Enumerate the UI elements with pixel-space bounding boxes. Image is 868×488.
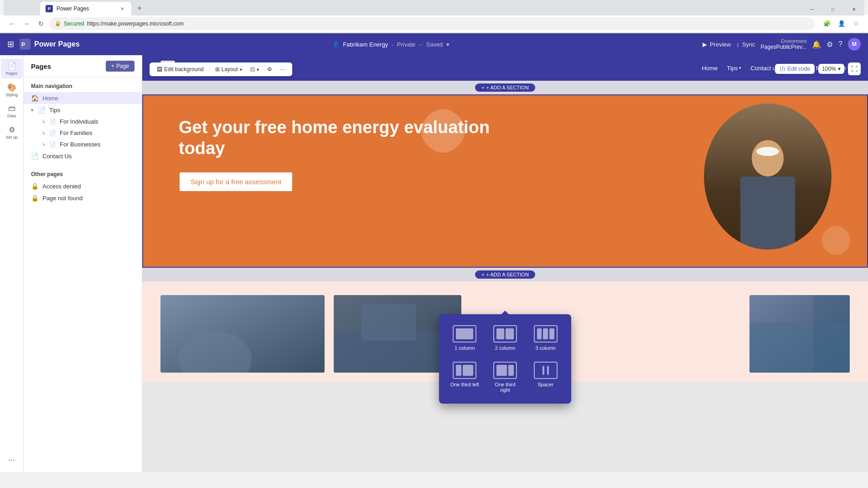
sync-button[interactable]: ↕ Sync [736,41,755,48]
sidebar-item-pages[interactable]: 📄 Pages [1,59,23,78]
settings-toolbar-button[interactable]: ⚙ [264,64,276,74]
hero-content: Get your free home energy evaluation tod… [142,94,542,215]
pages-header: Pages + Page [24,55,142,78]
svg-point-4 [752,140,784,177]
add-icon: + [111,63,114,69]
app-topbar-right: ▶ Preview ↕ Sync Environment PagesPublic… [703,38,861,51]
page-item-for-individuals[interactable]: ↳ 📄 For Individuals [24,116,142,127]
data-icon: 🗃 [8,104,16,113]
sidebar-item-data-label: Data [7,114,16,118]
refresh-button[interactable]: ↻ [35,17,47,30]
layout-option-2-column[interactable]: 2 column [487,322,524,354]
content-image-left [160,295,325,373]
hero-cta-button[interactable]: Sign up for a free assessment [179,171,293,192]
sidebar-item-setup[interactable]: ⚙ Set up [1,123,23,142]
layout-popup: 1 column 2 column [439,314,571,404]
contact-us-page-icon: 📄 [31,152,39,160]
sidebar-item-styling[interactable]: 🎨 Styling [1,80,23,100]
page-not-found-icon: 🔒 [31,194,39,202]
sidebar-more-button[interactable]: ··· [5,452,19,468]
notifications-button[interactable]: 🔔 [812,41,821,48]
page-label-tips: Tips [49,107,60,114]
site-separator: – [419,41,422,48]
styling-icon: 🎨 [7,83,16,92]
zoom-chevron: ▾ [838,66,841,72]
page-item-contact-us[interactable]: 📄 Contact Us [24,150,142,162]
layout-label-spacer: Spacer [537,382,553,387]
zoom-value: 100% [822,66,836,72]
layout-option-1-column[interactable]: 1 column [446,322,483,354]
active-tab[interactable]: P Power Pages ✕ [40,2,131,16]
add-section-top: + + ADD A SECTION [142,81,868,94]
resize-chevron: ▾ [257,67,259,72]
layout-option-spacer[interactable]: Spacer [527,358,564,396]
edit-code-button[interactable]: ⟨/⟩ Edit code [775,64,815,74]
waffle-button[interactable]: ⊞ [7,39,14,49]
new-tab-button[interactable]: + [133,2,146,15]
resize-button[interactable]: ⊡ ▾ [247,64,263,74]
page-item-access-denied[interactable]: 🔒 Access denied [24,180,142,192]
page-label-access-denied: Access denied [42,183,81,190]
close-button[interactable]: ✕ [843,2,864,16]
add-section-top-button[interactable]: + + ADD A SECTION [475,83,535,92]
subpage-arrow-families: ↳ [42,130,46,135]
edit-code-icon: ⟨/⟩ [780,66,785,72]
layout-option-one-third-right[interactable]: One third right [487,358,524,396]
hero-image [704,104,832,249]
page-item-for-families[interactable]: ↳ 📄 For Families [24,127,142,139]
settings-button[interactable]: ⚙ [827,40,833,49]
sidebar-item-data[interactable]: 🗃 Data [1,102,23,121]
layout-label-2-column: 2 column [495,345,516,351]
hero-cta-label: Sign up for a free assessment [191,178,281,186]
tab-favicon: P [46,5,53,12]
site-chevron[interactable]: ▾ [446,41,450,48]
app-logo: P Power Pages [20,39,80,50]
page-item-for-businesses[interactable]: ↳ 📄 For Businesses [24,139,142,150]
address-bar[interactable]: 🔒 Secured https://make.powerpages.micros… [49,17,815,30]
page-label-for-businesses: For Businesses [60,141,101,148]
profile-button[interactable]: 👤 [835,17,848,30]
maximize-button[interactable]: □ [822,2,843,16]
layout-label: Layout [222,66,238,73]
hero-section: Get your free home energy evaluation tod… [142,94,868,268]
popup-arrow [501,311,509,314]
setup-icon: ⚙ [9,125,15,134]
layout-button[interactable]: ⊞ Layout ▾ [212,64,246,74]
extensions-button[interactable]: 🧩 [821,17,833,30]
site-privacy: · [392,41,393,48]
secure-icon: 🔒 [55,21,61,26]
layout-option-3-column[interactable]: 3 column [527,322,564,354]
pages-title: Pages [31,62,51,70]
content-image-right [749,295,850,373]
page-item-home[interactable]: 🏠 Home [24,92,142,104]
svg-rect-5 [740,177,795,249]
layout-icon-spacer [534,362,558,379]
sync-label: Sync [742,41,755,48]
minimize-button[interactable]: ─ [801,2,822,16]
expand-icon: ⛶ [851,65,858,73]
tab-title: Power Pages [57,5,89,12]
favorites-button[interactable]: ☆ [850,17,863,30]
environment-info: Environment PagesPublicPrev... [761,39,807,50]
page-item-page-not-found[interactable]: 🔒 Page not found [24,192,142,204]
hero-person-svg [727,131,809,249]
for-individuals-page-icon: 📄 [49,119,56,125]
more-toolbar-button[interactable]: ··· [277,64,289,74]
back-button[interactable]: ← [5,17,18,30]
user-avatar[interactable]: M [848,38,861,51]
help-button[interactable]: ? [838,40,842,48]
sync-icon: ↕ [736,41,739,48]
expand-button[interactable]: ⛶ [848,62,861,75]
forward-button[interactable]: → [20,17,33,30]
nav-link-tips[interactable]: Tips ▾ [727,65,741,72]
preview-button[interactable]: ▶ Preview [703,41,731,48]
nav-link-home[interactable]: Home [702,65,718,72]
tab-close-button[interactable]: ✕ [119,5,126,12]
zoom-control[interactable]: 100% ▾ [818,64,844,74]
page-item-tips[interactable]: ▾ 📄 Tips [24,104,142,116]
add-section-bottom-button[interactable]: + + ADD A SECTION [475,270,535,279]
add-page-button[interactable]: + Page [106,61,134,72]
edit-background-button[interactable]: 🖼 Edit background [153,64,207,74]
canvas-area: 🖼 Edit background ⊞ Layout ▾ ⊡ ▾ ⚙ ··· [142,55,868,472]
layout-option-one-third-left[interactable]: One third left [446,358,483,396]
